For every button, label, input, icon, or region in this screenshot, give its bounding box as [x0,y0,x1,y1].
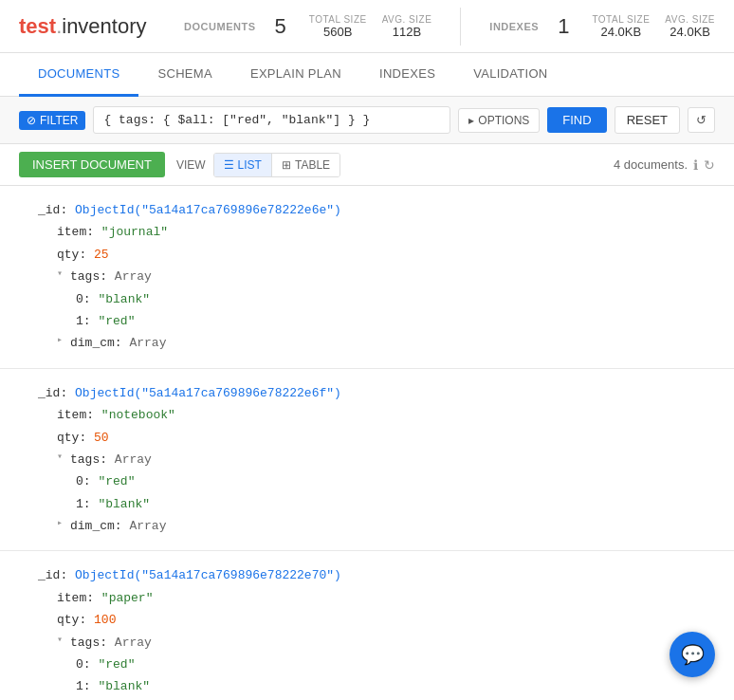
documents-label: DOCUMENTS [184,21,255,32]
doc-qty-line: qty: 25 [38,244,696,266]
doc-item-value: "journal" [101,221,168,243]
indexes-total-size: 24.0KB [601,25,642,39]
action-bar: INSERT DOCUMENT VIEW ☰ LIST ⊞ TABLE 4 do… [0,144,734,186]
doc-tags-line: ▾tags: Array [38,449,696,470]
dimcm-toggle-icon[interactable]: ▸ [57,515,66,532]
indexes-total-size-label: TOTAL SIZE [592,14,650,25]
app-logo: test.inventory [19,14,147,39]
doc-item-key: item: [57,587,94,609]
tag-value: "blank" [98,493,150,515]
filter-badge[interactable]: ⊘ FILTER [19,111,85,130]
doc-tag-item: 0: "red" [38,654,696,675]
logo-rest: inventory [62,14,146,38]
doc-tag-item: 0: "red" [38,470,696,492]
indexes-count: 1 [558,14,569,39]
reset-button[interactable]: RESET [615,106,680,134]
query-toolbar: ⊘ FILTER ▸ OPTIONS FIND RESET ↺ [0,97,734,144]
table-icon: ⊞ [282,158,291,172]
doc-tags-line: ▾tags: Array [38,266,696,287]
filter-label: FILTER [40,114,78,127]
tab-schema[interactable]: SCHEMA [138,53,230,97]
refresh-icon[interactable]: ↻ [704,157,715,173]
chat-fab-button[interactable]: 💬 [670,632,715,677]
doc-item-key: item: [57,221,94,243]
list-view-button[interactable]: ☰ LIST [214,154,271,176]
tag-value: "red" [98,470,135,492]
doc-tags-type: Array [115,266,152,287]
tag-index: 0: [76,288,91,310]
doc-tag-item: 0: "blank" [38,288,696,310]
doc-id-key: _id: [38,199,67,221]
options-button[interactable]: ▸ OPTIONS [458,108,540,133]
tag-value: "red" [98,310,135,332]
doc-dimcm-line: ▸dim_cm: Array [38,515,696,537]
filter-icon: ⊘ [27,114,36,127]
table-view-button[interactable]: ⊞ TABLE [271,154,339,176]
doc-tag-item: 1: "red" [38,310,696,332]
documents-total-size: 560B [323,25,352,39]
chat-icon: 💬 [681,643,705,666]
history-button[interactable]: ↺ [688,107,715,133]
history-icon: ↺ [696,113,706,127]
doc-qty-line: qty: 50 [38,427,696,449]
tab-bar: DOCUMENTS SCHEMA EXPLAIN PLAN INDEXES VA… [0,53,734,97]
doc-id-key: _id: [38,382,67,404]
tag-value: "blank" [98,288,150,310]
doc-qty-key: qty: [57,427,86,449]
doc-qty-line: qty: 100 [38,609,696,631]
tags-toggle-icon[interactable]: ▾ [57,266,66,283]
doc-item-line: item: "journal" [38,221,696,243]
doc-id-value: ObjectId("5a14a17ca769896e78222e70") [75,564,341,586]
stats-divider [460,8,461,46]
documents-sub-stats: TOTAL SIZE 560B AVG. SIZE 112B [309,14,432,39]
doc-dimcm-key: dim_cm: [70,332,122,354]
tab-documents[interactable]: DOCUMENTS [19,53,138,97]
doc-tags-key: tags: [70,449,107,470]
doc-dimcm-key: dim_cm: [70,515,122,537]
info-icon[interactable]: ℹ [693,157,698,173]
documents-avg-size: 112B [393,25,421,39]
insert-document-button[interactable]: INSERT DOCUMENT [19,152,165,177]
avg-size-label: AVG. SIZE [382,14,432,25]
view-toggle-group: ☰ LIST ⊞ TABLE [213,153,340,177]
tag-index: 0: [76,470,91,492]
doc-item-value: "notebook" [101,404,175,426]
tab-explain-plan[interactable]: EXPLAIN PLAN [231,53,360,97]
indexes-sub-stats: TOTAL SIZE 24.0KB AVG. SIZE 24.0KB [592,14,715,39]
documents-list: _id: ObjectId("5a14a17ca769896e78222e6e"… [0,186,734,700]
doc-count-text: 4 documents. [614,157,688,172]
document-card: _id: ObjectId("5a14a17ca769896e78222e6e"… [0,186,734,369]
tags-toggle-icon[interactable]: ▾ [57,632,66,649]
header-stats: DOCUMENTS 5 TOTAL SIZE 560B AVG. SIZE 11… [184,8,715,46]
document-card: _id: ObjectId("5a14a17ca769896e78222e6f"… [0,369,734,552]
tab-indexes[interactable]: INDEXES [360,53,454,97]
documents-avg-size-item: AVG. SIZE 112B [382,14,432,39]
table-label: TABLE [295,158,330,172]
document-count: 4 documents. ℹ ↻ [614,157,715,173]
doc-tags-key: tags: [70,266,107,287]
doc-item-value: "paper" [101,587,154,609]
options-label: OPTIONS [478,114,529,127]
doc-item-line: item: "notebook" [38,404,696,426]
tags-toggle-icon[interactable]: ▾ [57,449,66,466]
document-card: _id: ObjectId("5a14a17ca769896e78222e70"… [0,551,734,700]
documents-total-size-item: TOTAL SIZE 560B [309,14,367,39]
total-size-label: TOTAL SIZE [309,14,367,25]
find-button[interactable]: FIND [547,107,606,133]
tag-index: 1: [76,493,91,515]
doc-id-line: _id: ObjectId("5a14a17ca769896e78222e6f"… [38,382,696,404]
options-arrow-icon: ▸ [468,114,474,127]
doc-id-value: ObjectId("5a14a17ca769896e78222e6f") [75,382,341,404]
doc-tags-key: tags: [70,632,107,654]
documents-count: 5 [274,14,285,39]
doc-qty-value: 25 [94,244,109,266]
doc-qty-key: qty: [57,609,86,631]
documents-stat-group: DOCUMENTS 5 TOTAL SIZE 560B AVG. SIZE 11… [184,14,431,39]
tag-index: 1: [76,310,91,332]
dimcm-toggle-icon[interactable]: ▸ [57,332,66,349]
doc-tags-line: ▾tags: Array [38,632,696,654]
filter-input[interactable] [93,106,450,134]
indexes-stat-group: INDEXES 1 TOTAL SIZE 24.0KB AVG. SIZE 24… [489,14,715,39]
tab-validation[interactable]: VALIDATION [454,53,566,97]
view-label: VIEW [176,158,206,172]
